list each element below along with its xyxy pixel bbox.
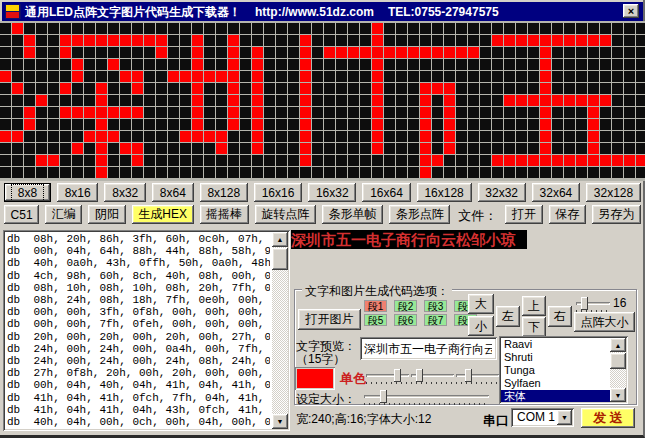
action-button-阴阳[interactable]: 阴阳 <box>88 205 125 224</box>
led-cell[interactable] <box>216 59 227 70</box>
led-cell[interactable] <box>564 107 575 118</box>
led-cell[interactable] <box>576 167 587 178</box>
size-button-32x32[interactable]: 32x32 <box>478 183 526 202</box>
led-cell[interactable] <box>336 95 347 106</box>
led-cell[interactable] <box>516 131 527 142</box>
led-cell[interactable] <box>480 119 491 130</box>
led-cell[interactable] <box>432 59 443 70</box>
led-cell[interactable] <box>588 119 599 130</box>
led-cell[interactable] <box>84 59 95 70</box>
led-cell[interactable] <box>360 95 371 106</box>
led-cell[interactable] <box>324 131 335 142</box>
led-cell[interactable] <box>552 155 563 166</box>
segment-toggle-段3[interactable]: 段3 <box>424 300 447 312</box>
led-cell[interactable] <box>552 71 563 82</box>
led-cell[interactable] <box>444 83 455 94</box>
led-cell[interactable] <box>276 167 287 178</box>
led-cell[interactable] <box>456 155 467 166</box>
led-cell[interactable] <box>540 47 551 58</box>
led-cell[interactable] <box>96 35 107 46</box>
led-cell[interactable] <box>240 155 251 166</box>
led-cell[interactable] <box>624 95 635 106</box>
led-cell[interactable] <box>492 155 503 166</box>
led-cell[interactable] <box>492 131 503 142</box>
led-cell[interactable] <box>228 143 239 154</box>
led-cell[interactable] <box>216 119 227 130</box>
led-cell[interactable] <box>228 83 239 94</box>
led-cell[interactable] <box>636 155 645 166</box>
led-cell[interactable] <box>216 23 227 34</box>
led-cell[interactable] <box>456 59 467 70</box>
action-button-摇摇棒[interactable]: 摇摇棒 <box>200 205 249 224</box>
led-cell[interactable] <box>612 143 623 154</box>
led-cell[interactable] <box>396 143 407 154</box>
move-left-button[interactable]: 左 <box>496 306 520 327</box>
led-cell[interactable] <box>12 107 23 118</box>
led-cell[interactable] <box>168 83 179 94</box>
led-cell[interactable] <box>168 107 179 118</box>
led-cell[interactable] <box>396 83 407 94</box>
led-cell[interactable] <box>528 131 539 142</box>
led-cell[interactable] <box>108 47 119 58</box>
led-cell[interactable] <box>132 131 143 142</box>
led-cell[interactable] <box>336 35 347 46</box>
font-list-item-Sylfaen[interactable]: Sylfaen <box>501 377 610 390</box>
led-cell[interactable] <box>228 35 239 46</box>
led-cell[interactable] <box>540 83 551 94</box>
led-cell[interactable] <box>528 95 539 106</box>
led-cell[interactable] <box>252 59 263 70</box>
led-cell[interactable] <box>528 59 539 70</box>
led-cell[interactable] <box>600 95 611 106</box>
led-cell[interactable] <box>528 35 539 46</box>
led-cell[interactable] <box>312 155 323 166</box>
led-cell[interactable] <box>444 35 455 46</box>
led-cell[interactable] <box>408 59 419 70</box>
led-cell[interactable] <box>588 143 599 154</box>
led-cell[interactable] <box>564 71 575 82</box>
led-cell[interactable] <box>504 71 515 82</box>
led-cell[interactable] <box>552 47 563 58</box>
led-cell[interactable] <box>144 155 155 166</box>
led-cell[interactable] <box>300 59 311 70</box>
com-port-select[interactable]: COM 1 ▼ <box>511 408 574 427</box>
led-cell[interactable] <box>396 95 407 106</box>
led-cell[interactable] <box>636 71 645 82</box>
led-cell[interactable] <box>12 35 23 46</box>
led-cell[interactable] <box>312 107 323 118</box>
led-cell[interactable] <box>24 167 35 178</box>
led-cell[interactable] <box>300 23 311 34</box>
led-cell[interactable] <box>132 155 143 166</box>
led-cell[interactable] <box>312 131 323 142</box>
led-cell[interactable] <box>204 59 215 70</box>
led-cell[interactable] <box>180 83 191 94</box>
led-cell[interactable] <box>492 59 503 70</box>
led-cell[interactable] <box>324 23 335 34</box>
size-button-8x16[interactable]: 8x16 <box>57 183 99 202</box>
font-list-scrollbar[interactable]: ▲ ▼ <box>610 338 626 402</box>
led-cell[interactable] <box>228 119 239 130</box>
led-cell[interactable] <box>72 59 83 70</box>
scroll-up-icon[interactable]: ▲ <box>610 338 626 352</box>
led-cell[interactable] <box>12 119 23 130</box>
led-cell[interactable] <box>252 119 263 130</box>
led-cell[interactable] <box>192 23 203 34</box>
led-cell[interactable] <box>48 23 59 34</box>
led-cell[interactable] <box>240 83 251 94</box>
led-cell[interactable] <box>300 143 311 154</box>
led-cell[interactable] <box>108 143 119 154</box>
led-cell[interactable] <box>636 95 645 106</box>
led-cell[interactable] <box>120 119 131 130</box>
font-list-item-宋体[interactable]: 宋体 <box>501 390 610 402</box>
move-up-button[interactable]: 上 <box>522 296 546 316</box>
led-cell[interactable] <box>576 35 587 46</box>
led-cell[interactable] <box>360 119 371 130</box>
led-cell[interactable] <box>120 143 131 154</box>
led-cell[interactable] <box>588 23 599 34</box>
led-cell[interactable] <box>84 47 95 58</box>
led-cell[interactable] <box>120 71 131 82</box>
led-cell[interactable] <box>552 59 563 70</box>
led-cell[interactable] <box>456 23 467 34</box>
led-cell[interactable] <box>120 167 131 178</box>
led-cell[interactable] <box>636 131 645 142</box>
led-cell[interactable] <box>180 131 191 142</box>
